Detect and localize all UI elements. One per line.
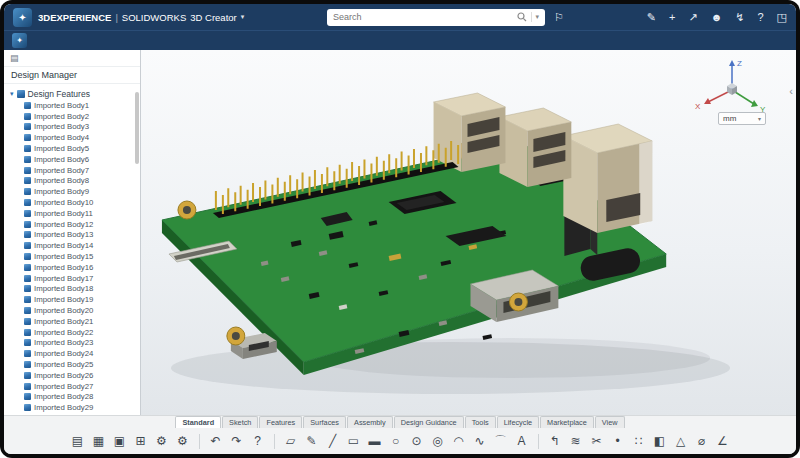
tree-item-label: Imported Body6 [34, 155, 89, 164]
share-icon[interactable]: ↗ [688, 12, 697, 23]
tree-item[interactable]: Imported Body1 [10, 100, 140, 111]
sketch-icon[interactable]: ✎ [302, 431, 322, 451]
community-icon[interactable]: ☻ [711, 12, 723, 23]
tab-tools[interactable]: Tools [465, 416, 496, 428]
panel-title: Design Manager [4, 67, 140, 84]
trim-icon[interactable]: ✂ [587, 431, 607, 451]
tree-item[interactable]: Imported Body14 [10, 240, 140, 251]
add-icon[interactable]: + [669, 12, 675, 23]
tree-root-design-features[interactable]: ▾ Design Features [10, 87, 140, 100]
offset-icon[interactable]: ≋ [566, 431, 586, 451]
sketch-pen-icon[interactable]: ✎ [647, 12, 656, 23]
tree-item[interactable]: Imported Body28 [10, 392, 140, 403]
tree-item[interactable]: Imported Body9 [10, 186, 140, 197]
panel-toggle-icon[interactable]: ▤ [10, 53, 19, 63]
tree-item[interactable]: Imported Body27 [10, 381, 140, 392]
settings-gear-icon[interactable]: ⚙ [173, 431, 193, 451]
line-icon[interactable]: ╱ [323, 431, 343, 451]
panel-scrollbar[interactable] [135, 92, 139, 164]
save-icon[interactable]: ▣ [110, 431, 130, 451]
notebook-icon[interactable]: ▤ [68, 431, 88, 451]
chevron-down-icon[interactable]: ▾ [10, 90, 14, 98]
conic-icon[interactable]: ⌒ [491, 431, 511, 451]
search-bar[interactable]: ▾ [327, 9, 545, 26]
measure-angle-icon[interactable]: ∠ [713, 431, 733, 451]
tree-item[interactable]: Imported Body18 [10, 284, 140, 295]
rectangle-icon[interactable]: ▭ [344, 431, 364, 451]
tree-item[interactable]: Imported Body22 [10, 327, 140, 338]
units-dropdown[interactable]: mm ▾ [718, 112, 766, 125]
tree-item[interactable]: Imported Body13 [10, 230, 140, 241]
tree-item[interactable]: Imported Body12 [10, 219, 140, 230]
tree-item[interactable]: Imported Body19 [10, 294, 140, 305]
mirror-icon[interactable]: ◧ [650, 431, 670, 451]
gear-icon[interactable]: ⚙ [152, 431, 172, 451]
tab-sketch[interactable]: Sketch [222, 416, 258, 428]
view-orientation-triad[interactable]: Z X Y [692, 54, 772, 120]
tree-item[interactable]: Imported Body24 [10, 348, 140, 359]
tree-item[interactable]: Imported Body26 [10, 370, 140, 381]
tab-design-guidance[interactable]: Design Guidance [394, 416, 464, 428]
search-input[interactable] [333, 12, 512, 22]
circle-icon[interactable]: ○ [386, 431, 406, 451]
user-avatar[interactable]: ✦ [12, 33, 27, 48]
tree-item[interactable]: Imported Body3 [10, 122, 140, 133]
slot-icon[interactable]: ▬ [365, 431, 385, 451]
tree-item[interactable]: Imported Body11 [10, 208, 140, 219]
feature-tree: ▾ Design Features Imported Body1Imported… [4, 84, 140, 415]
3d-viewport[interactable]: Z X Y mm ▾ ‹ [141, 50, 796, 415]
tab-marketplace[interactable]: Marketplace [540, 416, 594, 428]
tree-item[interactable]: Imported Body21 [10, 316, 140, 327]
ellipse-icon[interactable]: ◎ [428, 431, 448, 451]
tree-item[interactable]: Imported Body20 [10, 305, 140, 316]
polygon-icon[interactable]: △ [671, 431, 691, 451]
tree-item[interactable]: Imported Body15 [10, 251, 140, 262]
chevron-down-icon[interactable]: ▾ [241, 13, 245, 21]
tree-item[interactable]: Imported Body10 [10, 197, 140, 208]
tab-surfaces[interactable]: Surfaces [303, 416, 346, 428]
help-icon[interactable]: ? [757, 12, 763, 23]
tree-item[interactable]: Imported Body30 [10, 413, 140, 415]
help-icon[interactable]: ? [248, 431, 268, 451]
spline-icon[interactable]: ∿ [470, 431, 490, 451]
body-icon [24, 188, 31, 195]
tree-item[interactable]: Imported Body7 [10, 165, 140, 176]
tree-item-label: Imported Body30 [34, 414, 93, 415]
tree-item-label: Imported Body29 [34, 403, 93, 412]
tree-item[interactable]: Imported Body2 [10, 111, 140, 122]
perimeter-circle-icon[interactable]: ⊙ [407, 431, 427, 451]
3dexperience-compass-icon[interactable]: ✦ [13, 8, 32, 27]
layers-icon[interactable]: ▦ [89, 431, 109, 451]
app-name[interactable]: 3D Creator [190, 12, 236, 23]
point-icon[interactable]: • [608, 431, 628, 451]
tree-item[interactable]: Imported Body29 [10, 402, 140, 413]
grid-icon[interactable]: ⊞ [131, 431, 151, 451]
search-chevron-icon[interactable]: ▾ [536, 13, 540, 21]
undo-icon[interactable]: ↶ [206, 431, 226, 451]
convert-entities-icon[interactable]: ↰ [545, 431, 565, 451]
tree-item[interactable]: Imported Body17 [10, 273, 140, 284]
tree-item[interactable]: Imported Body4 [10, 132, 140, 143]
tree-item[interactable]: Imported Body23 [10, 338, 140, 349]
fullscreen-icon[interactable]: ◳ [777, 12, 787, 23]
tree-item[interactable]: Imported Body16 [10, 262, 140, 273]
panel-collapse-chevron-icon[interactable]: ‹ [789, 86, 793, 97]
tag-icon[interactable]: ⚐ [554, 11, 564, 24]
tab-view[interactable]: View [595, 416, 625, 428]
text-icon[interactable]: A [512, 431, 532, 451]
tab-standard[interactable]: Standard [175, 416, 221, 428]
tab-assembly[interactable]: Assembly [347, 416, 393, 428]
tree-item[interactable]: Imported Body5 [10, 143, 140, 154]
plane-icon[interactable]: ▱ [281, 431, 301, 451]
wand-icon[interactable]: ↯ [735, 12, 744, 23]
tab-features[interactable]: Features [259, 416, 302, 428]
dimension-icon[interactable]: ⌀ [692, 431, 712, 451]
search-icon[interactable] [517, 12, 527, 22]
tree-item[interactable]: Imported Body6 [10, 154, 140, 165]
redo-icon[interactable]: ↷ [227, 431, 247, 451]
arc-icon[interactable]: ◠ [449, 431, 469, 451]
pattern-icon[interactable]: ∷ [629, 431, 649, 451]
tree-item[interactable]: Imported Body25 [10, 359, 140, 370]
tab-lifecycle[interactable]: Lifecycle [497, 416, 539, 428]
tree-item[interactable]: Imported Body8 [10, 176, 140, 187]
